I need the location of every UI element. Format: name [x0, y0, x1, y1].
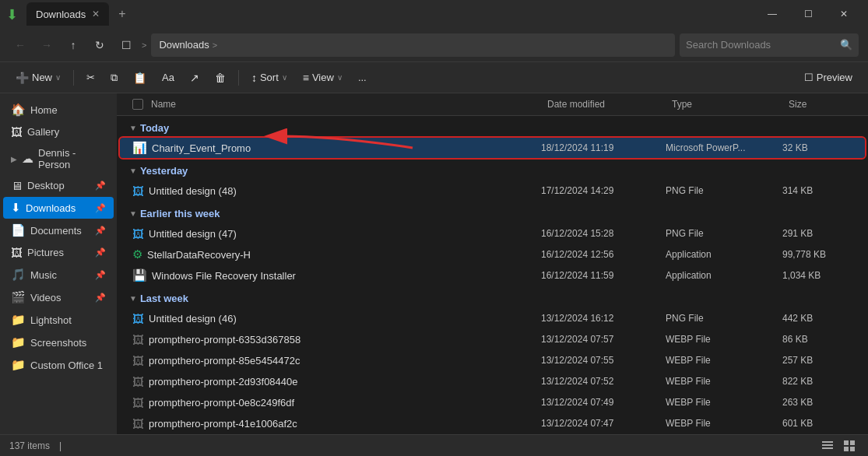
sidebar-item-documents[interactable]: 📄 Documents 📌 [3, 219, 114, 241]
svg-rect-5 [850, 440, 855, 445]
more-button[interactable]: ... [352, 66, 373, 89]
breadcrumb[interactable]: Downloads > [151, 33, 675, 57]
table-row[interactable]: 🖼 Untitled design (46) 13/12/2024 16:12 … [120, 308, 865, 328]
rename-button[interactable]: Aa [156, 66, 181, 89]
sidebar-item-pictures[interactable]: 🖼 Pictures 📌 [3, 242, 114, 263]
view-icon: ≡ [303, 72, 309, 84]
sidebar-item-music[interactable]: 🎵 Music 📌 [3, 264, 114, 286]
toolbar-sep-2 [238, 70, 239, 86]
table-row[interactable]: 💾 Windows File Recovery Installer 16/12/… [120, 265, 865, 286]
svg-rect-3 [822, 447, 833, 449]
file-size: 99,778 KB [782, 249, 852, 260]
sidebar-home-label: Home [30, 104, 58, 116]
share-button[interactable]: ↗ [184, 66, 206, 89]
select-all-checkbox[interactable] [132, 99, 143, 110]
sidebar-item-downloads[interactable]: ⬇ Downloads 📌 [3, 197, 114, 219]
file-type-icon: 📊 [132, 141, 147, 155]
sidebar-item-custom-office[interactable]: 📁 Custom Office 1 [3, 354, 114, 376]
grid-view-toggle[interactable] [840, 437, 859, 454]
preview-button[interactable]: ☐ Preview [798, 66, 859, 89]
file-type-icon: 🖼 [132, 333, 144, 346]
file-name: Charity_Event_Promo [152, 142, 251, 154]
file-size: 291 KB [782, 228, 852, 239]
file-type-icon: 💾 [132, 268, 147, 282]
documents-pin-icon: 📌 [95, 226, 106, 236]
view-switcher-button[interactable]: ☐ [115, 34, 137, 56]
sort-button[interactable]: ↕ Sort ∨ [245, 66, 293, 89]
file-type-icon: 🖼 [132, 227, 144, 240]
app-icon: ⬇ [6, 6, 22, 22]
delete-button[interactable]: 🗑 [209, 66, 232, 89]
view-toggles [818, 437, 859, 454]
table-row[interactable]: 🖼 Untitled design (48) 17/12/2024 14:29 … [120, 181, 865, 201]
group-header-3[interactable]: ▼ Last week [117, 286, 868, 307]
date-column-header[interactable]: Date modified [544, 96, 669, 112]
maximize-button[interactable]: ☐ [790, 2, 826, 26]
table-row[interactable]: 🖼 prompthero-prompt-6353d367858 13/12/20… [120, 329, 865, 349]
file-size: 32 KB [782, 142, 852, 153]
tab-close-button[interactable]: ✕ [92, 9, 100, 19]
table-row[interactable]: 🖼 prompthero-prompt-41e1006af2c 13/12/20… [120, 413, 865, 433]
paste-icon: 📋 [133, 72, 146, 84]
file-date: 13/12/2024 07:49 [541, 397, 666, 408]
sidebar-item-home[interactable]: 🏠 Home [3, 99, 114, 121]
rename-icon: Aa [162, 72, 174, 83]
list-view-toggle[interactable] [818, 437, 837, 454]
sidebar-videos-label: Videos [30, 292, 61, 303]
new-button[interactable]: ➕ New ∨ [9, 66, 67, 89]
table-row[interactable]: 🖼 Untitled design (47) 16/12/2024 15:28 … [120, 223, 865, 244]
group-chevron-icon: ▼ [129, 124, 137, 132]
copy-button[interactable]: ⧉ [104, 66, 124, 89]
up-button[interactable]: ↑ [62, 34, 84, 56]
navigation-bar: ← → ↑ ↻ ☐ > Downloads > Search Downloads… [0, 28, 868, 62]
table-row[interactable]: ⚙ StellarDataRecovery-H 16/12/2024 12:56… [120, 244, 865, 265]
table-row[interactable]: 🖼 prompthero-prompt-0e8c249f6df 13/12/20… [120, 392, 865, 412]
file-type: WEBP File [666, 397, 782, 408]
item-count: 137 items [9, 440, 50, 451]
new-tab-button[interactable]: + [112, 4, 132, 24]
sidebar-item-dennis[interactable]: ▶ ☁ Dennis - Person [3, 143, 114, 174]
refresh-button[interactable]: ↻ [89, 34, 111, 56]
desktop-pin-icon: 📌 [95, 181, 106, 191]
size-column-header[interactable]: Size [785, 96, 856, 112]
name-column-header[interactable]: Name [129, 96, 544, 112]
sidebar-item-lightshot[interactable]: 📁 Lightshot [3, 309, 114, 331]
sidebar-item-desktop[interactable]: 🖥 Desktop 📌 [3, 175, 114, 196]
view-button[interactable]: ≡ View ∨ [297, 66, 349, 89]
name-header-label: Name [151, 99, 176, 110]
svg-rect-6 [844, 447, 849, 451]
close-button[interactable]: ✕ [826, 2, 862, 26]
file-name: prompthero-prompt-41e1006af2c [149, 418, 297, 430]
file-date: 13/12/2024 16:12 [541, 313, 666, 324]
svg-rect-4 [844, 440, 849, 445]
cut-button[interactable]: ✂ [80, 66, 101, 89]
back-button[interactable]: ← [9, 34, 31, 56]
title-bar: ⬇ Downloads ✕ + — ☐ ✕ [0, 0, 868, 28]
group-chevron-icon: ▼ [129, 209, 137, 218]
paste-button[interactable]: 📋 [127, 66, 153, 89]
table-row[interactable]: 📊 Charity_Event_Promo 18/12/2024 11:19 M… [120, 138, 865, 158]
table-row[interactable]: 🖼 prompthero-prompt-2d93f08440e 13/12/20… [120, 371, 865, 391]
group-chevron-icon: ▼ [129, 294, 137, 303]
type-column-header[interactable]: Type [669, 96, 785, 112]
sidebar-item-videos[interactable]: 🎬 Videos 📌 [3, 286, 114, 308]
forward-button[interactable]: → [36, 34, 58, 56]
pictures-pin-icon: 📌 [95, 247, 106, 258]
desktop-icon: 🖥 [11, 179, 23, 192]
sidebar-item-gallery[interactable]: 🖼 Gallery [3, 121, 114, 142]
date-header-label: Date modified [547, 99, 605, 110]
sidebar-item-screenshots[interactable]: 📁 Screenshots [3, 331, 114, 353]
size-header-label: Size [789, 99, 807, 110]
file-type: Microsoft PowerP... [666, 142, 782, 153]
minimize-button[interactable]: — [754, 2, 790, 26]
group-header-2[interactable]: ▼ Earlier this week [117, 202, 868, 223]
lightshot-icon: 📁 [11, 313, 26, 327]
search-box[interactable]: Search Downloads 🔍 [680, 33, 859, 57]
file-name-cell: 🖼 prompthero-prompt-6353d367858 [132, 331, 541, 348]
group-header-0[interactable]: ▼ Today [117, 116, 868, 137]
share-icon: ↗ [190, 72, 199, 84]
group-header-1[interactable]: ▼ Yesterday [117, 159, 868, 180]
table-row[interactable]: 🖼 prompthero-prompt-85e5454472c 13/12/20… [120, 350, 865, 370]
tab-downloads[interactable]: Downloads ✕ [26, 2, 109, 26]
file-size: 1,034 KB [782, 270, 852, 281]
